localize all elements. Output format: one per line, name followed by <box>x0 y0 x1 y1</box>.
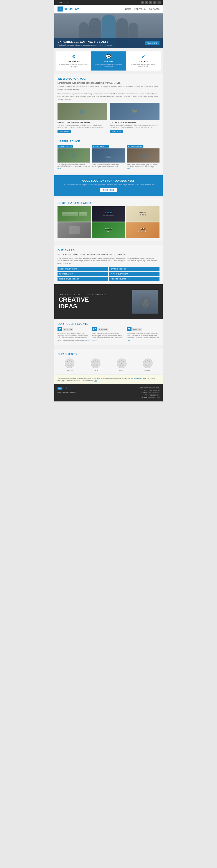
footer-address-line1: 5670 1ST ANCIENT PLACE, <box>139 387 159 389</box>
event-more-3[interactable]: more... <box>127 339 131 341</box>
hero-section: EXPERIENCE. CARING. RESULTS. Meeting all… <box>54 13 163 48</box>
rss-icon[interactable]: r <box>158 1 161 4</box>
event-more-2[interactable]: more... <box>92 339 97 341</box>
col1-text: Sed lacus mi, gravida at cursus nec, luc… <box>58 124 107 129</box>
work-item-4[interactable] <box>58 222 91 238</box>
footer-logo-box: DD <box>58 387 62 391</box>
event-day-2: 07 <box>92 327 97 331</box>
client-name-doreel: DOREEL <box>135 370 159 371</box>
skills-grid: WEB DEVELOPMENT ? GRAPHIC DESIGN ? PHOTO… <box>58 267 159 281</box>
event-month-2: APRIL 2014 <box>98 328 108 331</box>
feature-success: ✔ SUCCESS Consectetuer adipiscing elit M… <box>126 52 161 70</box>
twitter-icon[interactable]: t <box>145 1 148 4</box>
advice-tag-3: ALIQUAM ERAT VOL <box>127 145 144 148</box>
advice-image-1: 👤 <box>58 148 90 162</box>
event-2: 07 APRIL 2014 Lorem ipsum dolor sit amet… <box>92 327 125 341</box>
feature-support: 💬 SUPPORT Lorem ipsum dolor sit amet con… <box>91 52 126 70</box>
advice-more-3[interactable]: more... <box>127 168 131 169</box>
skills-section: OUR SKILLS SED LAOREET ALIQUAM LEO. UT T… <box>54 245 163 284</box>
hands-image: 🤝 <box>110 103 159 120</box>
footer-home-link[interactable]: HOME <box>58 392 62 393</box>
check-icon: ✔ <box>128 54 159 59</box>
advice-icon-2: 💻 <box>106 153 111 158</box>
col1-read-more-button[interactable]: READ MORE <box>58 130 71 133</box>
advice-tag-1: AEN EAN AUCTOR <box>58 145 73 148</box>
feature-text: Consectetuer adipiscing elit Mauris ferm… <box>128 64 159 68</box>
nav-home[interactable]: HOME <box>125 8 131 10</box>
advice-more-2[interactable]: more... <box>115 166 120 167</box>
solutions-text: Mauris fermentum dictum magna. Sed laore… <box>59 183 158 186</box>
advice-more-1[interactable]: more... <box>58 168 62 169</box>
creative-text: THE NEXT LEVEL OF YOUR SUCCESS CREATIVE … <box>59 293 128 310</box>
event-text-2: Lorem ipsum dolor sit amet, consectetur … <box>92 332 125 341</box>
cambre-logo-svg: C <box>66 360 73 367</box>
feature-title: SUPPORT <box>93 61 124 63</box>
nav-contacts[interactable]: CONTACTS <box>149 8 159 10</box>
online-version-link[interactable]: here <box>94 379 97 381</box>
col1-title: MAURIS FERMENTUM DICTUM MAGNA <box>58 121 107 123</box>
footer-fax: FAX: + 800 516 4945 <box>139 394 159 396</box>
facebook-icon[interactable]: f <box>141 1 144 4</box>
hero-title: EXPERIENCE. CARING. RESULTS. <box>58 40 112 43</box>
event-text-1: Lorem ipsum dolor sit amet, consectetur … <box>58 332 90 341</box>
advice-text-1: Sed ut perspiciatis unde omnis iste natu… <box>58 164 90 170</box>
advice-image-3: 👥 <box>127 148 159 162</box>
featured-works-title: SOME FEATURED WORKS <box>58 202 159 205</box>
advice-grid: AEN EAN AUCTOR 👤 Sed ut perspiciatis und… <box>58 145 159 170</box>
solutions-title: GOOD SOLUTIONS FOR YOUR BUSINESS <box>59 179 158 182</box>
client-name-cambre: CAMBRE <box>58 370 82 371</box>
events-title: OUR RECENT EVENTS <box>58 322 159 326</box>
doreel-logo-svg: D <box>144 360 151 367</box>
logo-text: DISPLAY <box>64 7 80 11</box>
work-item-3[interactable]: MARTINJOHNSON <box>126 206 159 222</box>
googleplus-icon[interactable]: g <box>153 1 156 4</box>
hero-cta-button[interactable]: READ MORE <box>145 41 159 45</box>
creative-subtitle: THE NEXT LEVEL OF YOUR SUCCESS <box>59 293 128 296</box>
creative-banner: THE NEXT LEVEL OF YOUR SUCCESS CREATIVE … <box>54 284 163 319</box>
advice-icon-1: 👤 <box>71 153 76 158</box>
work-item-2[interactable]: SATLOSWIMMING CLUB <box>92 206 125 222</box>
client-logo-wintex: W <box>116 358 127 369</box>
advice-icon-3: 👥 <box>141 153 146 158</box>
main-nav: HOME PORTFOLIO CONTACTS <box>125 8 159 10</box>
event-date-1: 05 APRIL 2014 <box>58 327 90 331</box>
advice-text-2: Lorem ipsum dolor sit amet consectetur a… <box>92 164 125 168</box>
svg-text:D: D <box>147 363 148 364</box>
featured-works-section: SOME FEATURED WORKS SATLOSWIMMING C <box>54 198 163 241</box>
client-logo-doreel: D <box>142 358 153 369</box>
we-work-intro-text: Phasellus porta Fusce accumsan vitae nio… <box>58 85 159 91</box>
event-more-1[interactable]: more... <box>85 339 90 341</box>
creative-title: CREATIVE IDEAS <box>59 297 128 310</box>
features-row: ⚙ STRATEGIES Praesent vestibulum ecu at … <box>56 52 161 70</box>
skill-web-dev: WEB DEVELOPMENT ? <box>58 267 108 271</box>
event-3: 08 APRIL 2014 Crisus dolor, dictus vitae… <box>127 327 159 341</box>
client-logo-comfort: Co <box>90 358 101 369</box>
skill-photography: PHOTOGRAPHY ? <box>58 272 108 276</box>
advice-card-2: WIS LET URINA LIQU 💻 Lorem ipsum dolor s… <box>92 145 125 170</box>
work-item-1[interactable] <box>58 206 91 222</box>
header: DD DISPLAY HOME PORTFOLIO CONTACTS <box>54 5 163 13</box>
footer-left: DD DIS HOME | PRIVACY POLICY <box>58 387 76 393</box>
work-item-6[interactable]: UtahNational Uni... <box>126 222 159 238</box>
settings-icon: ⚙ <box>58 54 89 59</box>
we-work-intro-bold: LOREM IPSUM DOLOR SIT AMET CONSE PRAESEN… <box>58 82 159 84</box>
client-logo-cambre: C <box>64 358 75 369</box>
logo-box: DD <box>58 6 63 11</box>
linkedin-icon[interactable]: in <box>149 1 152 4</box>
skills-intro: SED LAOREET ALIQUAM LEO. UT TELLUS DOLOR… <box>58 254 159 256</box>
footer-address-city: NEW YORK, NY 47236 <box>139 389 159 392</box>
feature-text: Praesent vestibulum ecu at nisl consecte… <box>58 64 89 68</box>
event-text-3: Crisus dolor, dictus vitae, dignissim ve… <box>127 332 159 341</box>
nav-portfolio[interactable]: PORTFOLIO <box>134 8 146 10</box>
footer-phone: TELEPHONE: + 800 516 4945 <box>139 392 159 394</box>
feature-text: Lorem ipsum dolor sit amet consectetur a… <box>93 64 124 68</box>
skills-text: Pellentesque rhoncus ut sem Duis nibh vi… <box>58 257 159 265</box>
advice-section: USEFUL ADVICE AEN EAN AUCTOR 👤 Sed ut pe… <box>54 136 163 173</box>
logo[interactable]: DD DISPLAY <box>58 6 80 11</box>
solutions-read-more-button[interactable]: READ MORE <box>100 188 117 192</box>
client-wintex: W WINTEX <box>110 358 133 371</box>
col2-read-more-button[interactable]: READ MORE <box>110 130 123 133</box>
footer-privacy-link[interactable]: PRIVACY POLICY <box>63 392 76 393</box>
work-item-5[interactable]: CreativeIde... <box>92 222 125 238</box>
unsubscribe-link[interactable]: unsubscribe <box>134 377 142 379</box>
